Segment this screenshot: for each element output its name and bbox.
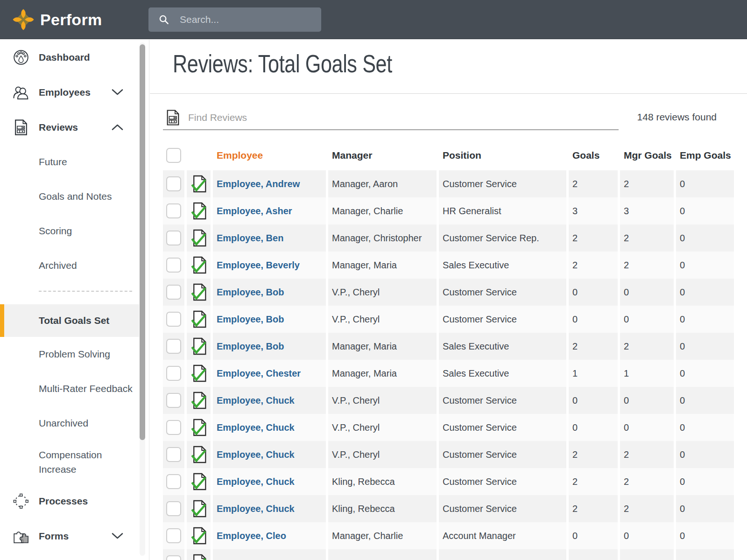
row-checkbox[interactable] — [166, 447, 181, 462]
table-row: Employee, BeverlyManager, MariaSales Exe… — [163, 252, 734, 279]
sidebar-scrollbar-thumb[interactable] — [140, 44, 145, 440]
cell-goals: 1 — [569, 360, 618, 387]
employee-link[interactable]: Employee, Chuck — [213, 468, 326, 495]
search-icon — [159, 14, 169, 25]
review-doc-check-icon[interactable] — [191, 500, 207, 518]
employee-link[interactable]: Employee, Chester — [213, 360, 326, 387]
chevron-down-icon[interactable] — [112, 89, 123, 96]
row-checkbox[interactable] — [166, 231, 181, 245]
column-header-employee[interactable]: Employee — [213, 150, 326, 161]
row-checkbox[interactable] — [166, 258, 181, 273]
sidebar-item-future[interactable]: Future — [0, 145, 139, 179]
sidebar: DashboardEmployeesReviewsFutureGoals and… — [0, 40, 149, 560]
cell-goals: 0 — [569, 387, 618, 414]
cell-mgr-goals: 0 — [620, 279, 674, 306]
employee-link[interactable]: Employee, Bob — [213, 333, 326, 360]
table-row: Employee, BobV.P., CherylCustomer Servic… — [163, 306, 734, 333]
review-doc-check-icon[interactable] — [191, 310, 207, 328]
review-doc-check-icon[interactable] — [191, 527, 207, 545]
review-doc-check-icon[interactable] — [191, 473, 207, 490]
sidebar-item-employees[interactable]: Employees — [0, 75, 139, 110]
review-doc-check-icon[interactable] — [191, 364, 207, 382]
sidebar-item-scoring[interactable]: Scoring — [0, 214, 139, 248]
global-search[interactable] — [148, 7, 321, 32]
row-checkbox[interactable] — [166, 285, 181, 300]
employees-icon — [13, 84, 29, 100]
row-checkbox[interactable] — [166, 501, 181, 516]
table-row: Employee, ChuckV.P., CherylCustomer Serv… — [163, 441, 734, 468]
sidebar-item-unarchived[interactable]: Unarchived — [0, 406, 139, 441]
row-review-cell — [187, 197, 211, 224]
row-checkbox[interactable] — [166, 474, 181, 489]
employee-link[interactable]: Employee, Ben — [213, 224, 326, 252]
cell-position: Sales Executive — [439, 252, 566, 279]
row-checkbox[interactable] — [166, 203, 181, 218]
employee-link[interactable]: Employee, Andrew — [213, 170, 326, 197]
chevron-up-icon[interactable] — [112, 124, 123, 131]
search-input[interactable] — [179, 14, 315, 26]
sidebar-nav: DashboardEmployeesReviewsFutureGoals and… — [0, 40, 139, 553]
column-header-mgr-goals[interactable]: Mgr Goals — [620, 150, 674, 161]
row-checkbox[interactable] — [166, 176, 181, 191]
row-checkbox[interactable] — [166, 420, 181, 435]
review-doc-check-icon[interactable] — [191, 229, 207, 247]
review-doc-check-icon[interactable] — [191, 175, 207, 193]
review-doc-check-icon[interactable] — [191, 337, 207, 355]
sidebar-item-compensation-increase[interactable]: Compensation Increase — [0, 441, 139, 483]
sidebar-item-forms[interactable]: Forms — [0, 518, 139, 553]
sidebar-item-archived[interactable]: Archived — [0, 248, 139, 283]
employee-link[interactable]: Employee, Bob — [213, 306, 326, 333]
cell-goals — [569, 549, 618, 560]
sidebar-item-total-goals-set[interactable]: Total Goals Set — [0, 304, 139, 337]
cell-mgr-goals — [620, 549, 674, 560]
sidebar-item-processes[interactable]: Processes — [0, 483, 139, 518]
cell-mgr-goals: 2 — [620, 495, 674, 522]
review-doc-check-icon[interactable] — [191, 419, 207, 436]
column-header-manager[interactable]: Manager — [328, 150, 437, 161]
column-header-position[interactable]: Position — [439, 150, 566, 161]
row-review-cell — [187, 333, 211, 360]
sidebar-item-label: Compensation Increase — [39, 448, 138, 477]
review-doc-check-icon[interactable] — [191, 554, 207, 560]
row-checkbox[interactable] — [166, 555, 181, 560]
employee-link[interactable]: Employee, Asher — [213, 197, 326, 224]
cell-emp-goals: 0 — [676, 387, 734, 414]
review-doc-check-icon[interactable] — [191, 283, 207, 301]
review-doc-check-icon[interactable] — [191, 392, 207, 409]
employee-link[interactable] — [213, 549, 326, 560]
brand-name: Perform — [40, 11, 102, 29]
row-checkbox[interactable] — [166, 366, 181, 381]
column-header-emp-goals[interactable]: Emp Goals — [676, 150, 734, 161]
row-checkbox[interactable] — [166, 528, 181, 543]
row-checkbox[interactable] — [166, 339, 181, 354]
topbar: Perform — [0, 0, 747, 39]
employee-link[interactable]: Employee, Chuck — [213, 495, 326, 522]
sidebar-item-label: Unarchived — [39, 416, 138, 431]
review-doc-check-icon[interactable] — [191, 256, 207, 274]
employee-link[interactable]: Employee, Chuck — [213, 387, 326, 414]
row-select-cell — [163, 170, 184, 197]
column-header-goals[interactable]: Goals — [569, 150, 618, 161]
sidebar-item-goals-and-notes[interactable]: Goals and Notes — [0, 179, 139, 214]
row-select-cell — [163, 197, 184, 224]
select-all-checkbox[interactable] — [166, 148, 181, 163]
review-doc-check-icon[interactable] — [191, 202, 207, 220]
review-doc-check-icon[interactable] — [191, 446, 207, 463]
employee-link[interactable]: Employee, Chuck — [213, 414, 326, 441]
main-content: Reviews: Total Goals Set 148 reviews fou… — [150, 40, 747, 560]
sidebar-item-dashboard[interactable]: Dashboard — [0, 40, 139, 75]
row-checkbox[interactable] — [166, 312, 181, 327]
employee-link[interactable]: Employee, Cleo — [213, 522, 326, 549]
employee-link[interactable]: Employee, Bob — [213, 279, 326, 306]
row-checkbox[interactable] — [166, 393, 181, 408]
sidebar-item-multi-rater-feedback[interactable]: Multi-Rater Feedback — [0, 371, 139, 406]
employee-link[interactable]: Employee, Chuck — [213, 441, 326, 468]
sidebar-item-problem-solving[interactable]: Problem Solving — [0, 337, 139, 371]
employee-link[interactable]: Employee, Beverly — [213, 252, 326, 279]
row-select-cell — [163, 252, 184, 279]
cell-mgr-goals: 0 — [620, 387, 674, 414]
find-reviews-input[interactable] — [187, 109, 607, 126]
chevron-down-icon[interactable] — [112, 532, 123, 539]
sidebar-item-reviews[interactable]: Reviews — [0, 110, 139, 145]
cell-mgr-goals: 2 — [620, 333, 674, 360]
